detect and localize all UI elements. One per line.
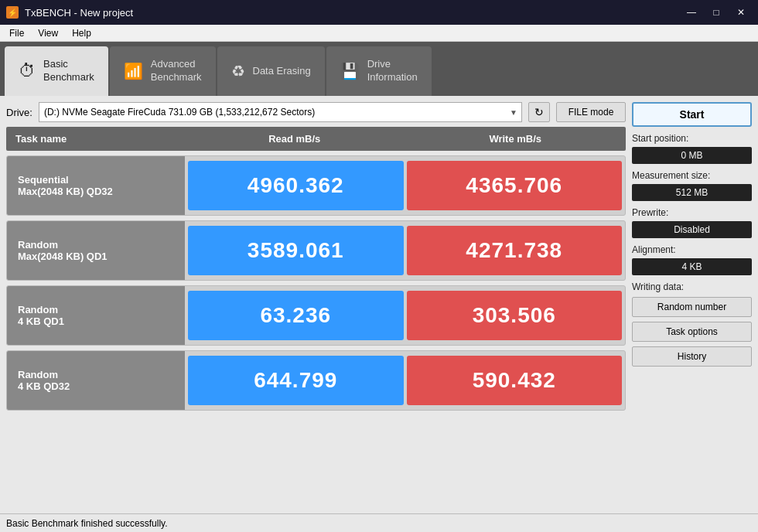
file-mode-button[interactable]: FILE mode [556,102,626,122]
header-read: Read mB/s [184,127,405,151]
measurement-size-label: Measurement size: [632,170,752,181]
title-bar-controls: — □ ✕ [681,5,752,20]
status-bar: Basic Benchmark finished successfully. [0,513,758,532]
write-random-2048-qd1: 4271.738 [407,226,623,275]
prewrite-label: Prewrite: [632,207,752,218]
tab-basic-benchmark-label: BasicBenchmark [43,58,94,84]
menu-help[interactable]: Help [66,26,97,40]
maximize-button[interactable]: □ [705,5,727,20]
drive-select[interactable]: (D:) NVMe Seagate FireCuda 731.09 GB (1,… [39,102,522,122]
refresh-button[interactable]: ↻ [528,102,550,122]
table-row: Random Max(2048 KB) QD1 3589.061 4271.73… [6,220,626,281]
task-random-4kb-qd1: Random 4 KB QD1 [7,286,185,345]
writing-data-button[interactable]: Random number [632,297,752,317]
task-sequential: Sequential Max(2048 KB) QD32 [7,156,185,215]
header-write: Write mB/s [405,127,627,151]
minimize-button[interactable]: — [681,5,702,20]
task-options-button[interactable]: Task options [632,322,752,342]
basic-benchmark-icon: ⏱ [19,63,36,80]
tab-drive-information-label: DriveInformation [367,58,418,84]
right-panel: Start Start position: 0 MB Measurement s… [632,102,752,507]
main-content: Drive: (D:) NVMe Seagate FireCuda 731.09… [0,96,758,513]
start-position-value: 0 MB [632,147,752,164]
read-random-4kb-qd32: 644.799 [188,356,404,405]
table-row: Random 4 KB QD32 644.799 590.432 [6,350,626,411]
close-button[interactable]: ✕ [730,5,752,20]
table-header: Task name Read mB/s Write mB/s [6,127,626,151]
app-icon: ⚡ [6,6,19,19]
tab-basic-benchmark[interactable]: ⏱ BasicBenchmark [5,46,108,96]
title-bar-text: TxBENCH - New project [25,7,133,19]
writing-data-label: Writing data: [632,281,752,292]
left-panel: Drive: (D:) NVMe Seagate FireCuda 731.09… [6,102,626,507]
read-random-2048-qd1: 3589.061 [188,226,404,275]
write-random-4kb-qd1: 303.506 [407,291,623,340]
tab-drive-information[interactable]: 💾 DriveInformation [326,46,432,96]
tab-bar: ⏱ BasicBenchmark 📶 AdvancedBenchmark ♻ D… [0,42,758,96]
data-erasing-icon: ♻ [231,63,245,79]
drive-select-wrapper[interactable]: (D:) NVMe Seagate FireCuda 731.09 GB (1,… [39,102,522,122]
start-position-label: Start position: [632,133,752,144]
table-row: Sequential Max(2048 KB) QD32 4960.362 43… [6,155,626,216]
write-sequential: 4365.706 [407,161,623,210]
tab-advanced-benchmark-label: AdvancedBenchmark [151,58,202,84]
history-button[interactable]: History [632,346,752,367]
status-text: Basic Benchmark finished successfully. [6,518,168,529]
title-bar-left: ⚡ TxBENCH - New project [6,6,133,19]
table-row: Random 4 KB QD1 63.236 303.506 [6,285,626,346]
start-button[interactable]: Start [632,102,752,127]
task-random-2048-qd1: Random Max(2048 KB) QD1 [7,221,185,280]
write-random-4kb-qd32: 590.432 [407,356,623,405]
read-random-4kb-qd1: 63.236 [188,291,404,340]
advanced-benchmark-icon: 📶 [124,63,143,79]
tab-advanced-benchmark[interactable]: 📶 AdvancedBenchmark [110,46,216,96]
title-bar: ⚡ TxBENCH - New project — □ ✕ [0,0,758,25]
header-task: Task name [6,127,184,151]
menu-view[interactable]: View [32,26,64,40]
menu-file[interactable]: File [3,26,30,40]
alignment-label: Alignment: [632,244,752,255]
tab-data-erasing[interactable]: ♻ Data Erasing [217,46,325,96]
drive-label: Drive: [6,107,32,118]
measurement-size-value: 512 MB [632,184,752,201]
alignment-value: 4 KB [632,258,752,275]
read-sequential: 4960.362 [188,161,404,210]
task-random-4kb-qd32: Random 4 KB QD32 [7,351,185,410]
tab-data-erasing-label: Data Erasing [253,65,311,78]
drive-row: Drive: (D:) NVMe Seagate FireCuda 731.09… [6,102,626,122]
drive-information-icon: 💾 [340,63,360,79]
menu-bar: File View Help [0,25,758,42]
prewrite-value: Disabled [632,221,752,238]
